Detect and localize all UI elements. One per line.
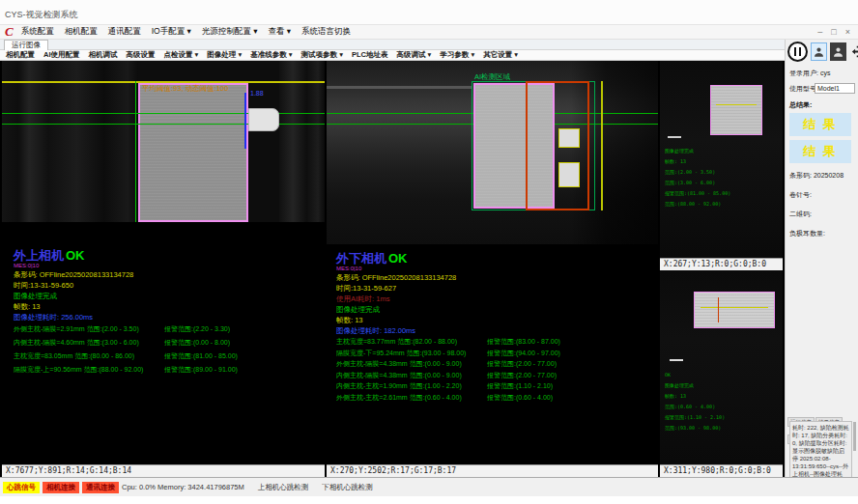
pin-number-label: 卷针号: bbox=[789, 190, 856, 200]
exit-button[interactable] bbox=[849, 42, 858, 61]
current-user-button[interactable] bbox=[811, 42, 827, 61]
time-line: 时间:13-31-59-627 bbox=[336, 283, 658, 294]
overlay-shape bbox=[668, 136, 681, 138]
measure-value: 内侧主枕-主枕=1.90mm 范围:(1.00 - 2.20) bbox=[336, 380, 487, 392]
threshold-overlay-text: 平均阈值:93, 动态阈值:100 bbox=[142, 84, 228, 94]
toolbar-advanced-settings[interactable]: 高级设置 bbox=[127, 50, 156, 60]
small-camera-image-1[interactable]: 图像处理完成 帧数: 13 范围:(2.00 - 3.50) 范围:(3.00 … bbox=[660, 61, 783, 258]
toolbar-spot-check[interactable]: 点检设置 ▾ bbox=[164, 50, 199, 60]
status-bar: 心跳信号 相机连接 通讯连接 Cpu: 0.0% Memory: 3424.41… bbox=[0, 477, 858, 496]
small-text-line: 范围:(3.00 - 6.00) bbox=[660, 178, 783, 188]
small-text-line: 帧数: 13 bbox=[660, 391, 783, 402]
toolbar-camera-debug[interactable]: 相机调试 bbox=[89, 50, 118, 60]
left-camera-image[interactable]: 1.88 平均阈值:93, 动态阈值:100 bbox=[2, 61, 325, 222]
mid-camera-image[interactable]: AI检测区域 bbox=[327, 61, 658, 244]
window-bottom-margin bbox=[0, 496, 858, 504]
toolbar-test-params[interactable]: 测试项参数 ▾ bbox=[301, 50, 343, 60]
log-scrollbar[interactable] bbox=[853, 422, 856, 451]
menu-item-view[interactable]: 查看 ▾ bbox=[268, 26, 291, 38]
bright-feature bbox=[558, 162, 580, 187]
menu-item-system-config[interactable]: 系统配置 bbox=[21, 26, 54, 38]
panel-barcode-value: 20250208 bbox=[814, 172, 844, 179]
overlay-shape bbox=[2, 61, 138, 222]
toolbar-learning-params[interactable]: 学习参数 ▾ bbox=[440, 50, 474, 60]
neg-tab-count-label: 负极耳数量: bbox=[789, 229, 856, 238]
result-ok-badge: OK bbox=[388, 251, 408, 266]
measure-alarm: 报警范围:(94.00 - 97.00) bbox=[487, 348, 560, 359]
toolbar-image-processing[interactable]: 图像处理 ▾ bbox=[207, 50, 242, 60]
camera-title: 外上相机OK bbox=[14, 249, 325, 263]
toolbar-ai-usage[interactable]: AI使用配置 bbox=[43, 50, 80, 60]
small-text-line: 范围:(2.00 - 3.50) bbox=[660, 167, 783, 178]
measurement-row: 内侧主枕-隔膜=4.38mm 范围:(0.00 - 9.00)报警范围:(2.0… bbox=[336, 370, 658, 381]
comm-connect-badge: 通讯连接 bbox=[82, 482, 119, 493]
process-done-line: 图像处理完成 bbox=[14, 291, 325, 301]
close-icon[interactable]: × bbox=[845, 27, 850, 37]
small-view-text: 图像处理完成 帧数: 13 范围:(2.00 - 3.50) 范围:(3.00 … bbox=[660, 146, 783, 210]
cpu-memory-readout: Cpu: 0.0% Memory: 3424.41796875M bbox=[122, 483, 244, 491]
elapsed-line: 图像处理耗时: 256.00ms bbox=[14, 312, 325, 322]
menu-item-io-config[interactable]: IO手配置 ▾ bbox=[152, 26, 191, 38]
elapsed-line: 图像处理耗时: 182.00ms bbox=[336, 325, 658, 336]
result-ok-badge: OK bbox=[66, 248, 85, 263]
toolbar-plc-address[interactable]: PLC地址表 bbox=[352, 50, 388, 60]
heartbeat-badge: 心跳信号 bbox=[3, 482, 40, 493]
title-bar: CYS-视觉检测系统 bbox=[0, 0, 858, 25]
maximize-icon[interactable]: □ bbox=[831, 27, 836, 37]
result-box-upper: 结 果 bbox=[789, 113, 851, 136]
mes-status: MES:0|10 bbox=[14, 263, 325, 269]
measure-alarm: 报警范围:(2.00 - 77.00) bbox=[487, 358, 557, 370]
measure-value: 外侧主枕-主枕=2.61mm 范围:(0.60 - 4.00) bbox=[336, 392, 487, 404]
menu-item-language-switch[interactable]: 系统语言切换 bbox=[301, 26, 351, 38]
measure-alarm: 报警范围:(2.20 - 3.30) bbox=[164, 322, 230, 336]
menu-item-light-control[interactable]: 光源控制配置 ▾ bbox=[202, 26, 258, 38]
login-user-row: 登录用户: cys bbox=[789, 69, 856, 78]
measure-alarm: 报警范围:(1.10 - 2.10) bbox=[487, 380, 553, 392]
red-mark bbox=[718, 297, 719, 322]
measurement-row: 内侧主枕-主枕=1.90mm 范围:(1.00 - 2.20)报警范围:(1.1… bbox=[336, 380, 658, 392]
toolbar: 相机配置 AI使用配置 相机调试 高级设置 点检设置 ▾ 图像处理 ▾ 基准线参… bbox=[0, 50, 785, 61]
camera-title: 外下相机OK bbox=[336, 252, 658, 266]
window-controls: – □ × bbox=[817, 27, 850, 37]
menu-item-camera-config[interactable]: 相机配置 bbox=[65, 26, 98, 38]
yellow-vertical-line bbox=[601, 81, 603, 210]
toolbar-camera-config[interactable]: 相机配置 bbox=[6, 50, 35, 60]
tab-run-image[interactable]: 运行图像 bbox=[4, 40, 48, 50]
exit-door-icon bbox=[851, 45, 858, 58]
minimize-icon[interactable]: – bbox=[817, 27, 822, 37]
small-view-text: OK 图像处理完成 帧数: 13 范围:(0.60 - 4.00) 报警范围:(… bbox=[660, 370, 783, 434]
toolbar-baseline-params[interactable]: 基准线参数 ▾ bbox=[250, 50, 292, 60]
menu-bar: C 系统配置 相机配置 通讯配置 IO手配置 ▾ 光源控制配置 ▾ 查看 ▾ 系… bbox=[0, 25, 858, 40]
process-done-line: 图像处理完成 bbox=[336, 304, 658, 315]
panel-barcode-label: 条形码: bbox=[789, 172, 812, 179]
frame-count-line: 帧数: 13 bbox=[14, 301, 325, 312]
app-window: CYS-视觉检测系统 C 系统配置 相机配置 通讯配置 IO手配置 ▾ 光源控制… bbox=[0, 0, 858, 504]
switch-user-button[interactable] bbox=[830, 42, 846, 61]
small-text-line: 范围:(93.00 - 98.00) bbox=[660, 423, 783, 434]
small-text-line: 图像处理完成 bbox=[660, 380, 783, 391]
time-line: 时间:13-31-59-650 bbox=[14, 280, 325, 291]
qr-code-label: 二维码: bbox=[789, 210, 856, 219]
frame-count-line: 帧数: 13 bbox=[336, 315, 658, 325]
measurement-row: 隔膜宽度-上=90.56mm 范围:(88.00 - 92.00)报警范围:(8… bbox=[14, 363, 325, 377]
measure-alarm: 报警范围:(83.00 - 87.00) bbox=[487, 336, 560, 348]
tab-strip: 运行图像 bbox=[0, 40, 785, 50]
app-logo-icon: C bbox=[5, 26, 14, 38]
measure-value: 隔膜宽度-下=95.24mm 范围:(93.00 - 98.00) bbox=[336, 348, 487, 359]
small-text-line: 范围:(88.00 - 92.00) bbox=[660, 199, 783, 210]
toolbar-other-settings[interactable]: 其它设置 ▾ bbox=[483, 50, 518, 60]
measure-alarm: 报警范围:(81.00 - 85.00) bbox=[164, 350, 238, 363]
measure-value: 主枕宽度=83.05mm 范围:(80.00 - 86.00) bbox=[14, 350, 164, 363]
menu-item-comm-config[interactable]: 通讯配置 bbox=[108, 26, 141, 38]
toolbar-advanced-debug[interactable]: 高级调试 ▾ bbox=[396, 50, 431, 60]
small-text-line: OK bbox=[660, 370, 783, 380]
model-input[interactable]: Model1 bbox=[815, 83, 855, 94]
measurement-row: 内侧主枕-隔膜=4.60mm 范围:(3.00 - 6.00)报警范围:(0.0… bbox=[14, 336, 325, 350]
pause-button[interactable] bbox=[787, 42, 808, 62]
small-text-line: 范围:(0.60 - 4.00) bbox=[660, 402, 783, 412]
overlay-shape bbox=[670, 359, 683, 361]
small-camera-image-2[interactable]: OK 图像处理完成 帧数: 13 范围:(0.60 - 4.00) 报警范围:(… bbox=[660, 270, 783, 464]
barcode-line: 条形码: OFFline20250208133134728 bbox=[14, 269, 325, 280]
bright-feature bbox=[558, 128, 580, 148]
measure-value: 主枕宽度=83.77mm 范围:(82.00 - 88.00) bbox=[336, 336, 487, 348]
